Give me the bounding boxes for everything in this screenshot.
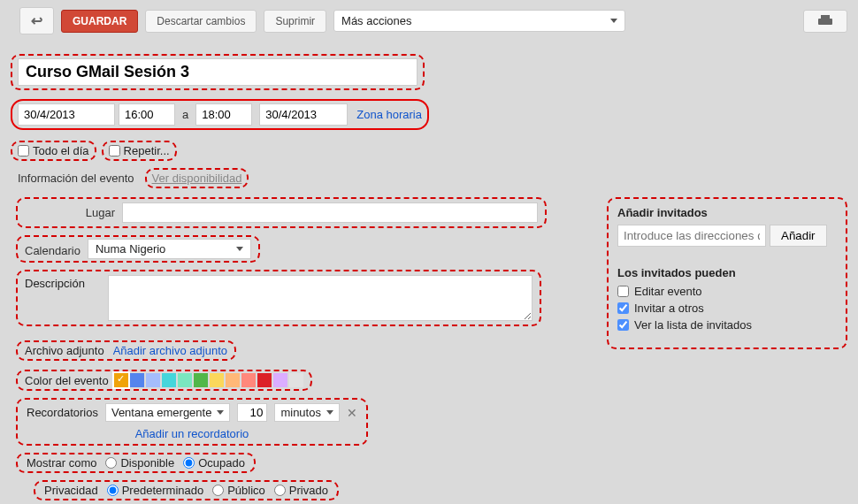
event-color-row: Color del evento	[16, 370, 312, 391]
chevron-down-icon	[610, 19, 617, 23]
reminder-number-input[interactable]	[237, 403, 267, 422]
color-swatch[interactable]	[241, 373, 256, 387]
color-swatch[interactable]	[114, 373, 128, 387]
save-button[interactable]: GUARDAR	[61, 10, 138, 33]
tab-availability[interactable]: Ver disponibilidad	[145, 168, 249, 188]
reminder-unit-select[interactable]: minutos	[274, 403, 340, 422]
all-day-checkbox[interactable]: Todo el día	[11, 141, 96, 161]
print-button[interactable]	[803, 10, 847, 33]
chevron-down-icon	[217, 410, 224, 415]
guest-can-invite-checkbox[interactable]: Invitar a otros	[617, 302, 837, 315]
event-title-input[interactable]	[18, 58, 418, 86]
guests-title: Añadir invitados	[617, 206, 837, 219]
reminder-unit-value: minutos	[280, 406, 321, 419]
color-swatch[interactable]	[162, 373, 176, 387]
start-date-input[interactable]	[18, 103, 115, 126]
description-label: Descripción	[25, 275, 101, 290]
description-input[interactable]	[108, 275, 532, 321]
to-separator: a	[175, 108, 195, 121]
show-as-label: Mostrar como	[27, 456, 96, 470]
description-row: Descripción	[16, 270, 541, 326]
guests-panel: Añadir invitados Añadir Los invitados pu…	[607, 197, 847, 349]
event-color-label: Color del evento	[25, 374, 109, 387]
repeat-checkbox[interactable]: Repetir...	[102, 141, 177, 161]
timezone-link[interactable]: Zona horaria	[356, 108, 422, 121]
show-as-row: Mostrar como Disponible Ocupado	[16, 453, 256, 473]
privacy-label: Privacidad	[44, 484, 98, 497]
guest-can-see-checkbox[interactable]: Ver la lista de invitados	[617, 318, 837, 332]
color-swatch[interactable]	[178, 373, 192, 387]
show-busy-radio[interactable]: Ocupado	[183, 456, 245, 470]
all-day-label: Todo el día	[33, 144, 89, 157]
calendar-value: Numa Nigerio	[96, 242, 165, 256]
place-input[interactable]	[122, 202, 538, 223]
add-reminder-link[interactable]: Añadir un recordatorio	[135, 427, 249, 440]
color-swatch[interactable]	[194, 373, 208, 387]
repeat-label: Repetir...	[124, 144, 170, 157]
delete-button[interactable]: Suprimir	[264, 10, 326, 33]
reminder-type-value: Ventana emergente	[111, 406, 211, 419]
guests-can-title: Los invitados pueden	[617, 266, 837, 279]
color-swatch[interactable]	[273, 373, 287, 387]
attachment-label: Archivo adjunto	[25, 344, 104, 357]
add-guest-button[interactable]: Añadir	[770, 225, 827, 247]
privacy-private-radio[interactable]: Privado	[274, 484, 328, 497]
more-actions-label: Más acciones	[341, 14, 411, 27]
reminder-type-select[interactable]: Ventana emergente	[105, 403, 230, 422]
more-actions-dropdown[interactable]: Más acciones	[333, 10, 625, 32]
color-swatch[interactable]	[257, 373, 272, 387]
datetime-row: a Zona horaria	[11, 99, 429, 130]
calendar-select[interactable]: Numa Nigerio	[88, 239, 251, 259]
add-attachment-link[interactable]: Añadir archivo adjunto	[113, 344, 227, 357]
end-date-input[interactable]	[259, 103, 348, 126]
attachment-row: Archivo adjunto Añadir archivo adjunto	[16, 340, 236, 361]
place-row: Lugar	[16, 197, 547, 228]
remove-reminder-icon[interactable]: ✕	[347, 406, 357, 420]
discard-button[interactable]: Descartar cambios	[145, 10, 257, 33]
color-swatch[interactable]	[289, 373, 303, 387]
calendar-row: Calendario Numa Nigerio	[16, 235, 260, 263]
color-swatch[interactable]	[210, 373, 224, 387]
guest-email-input[interactable]	[617, 225, 766, 247]
tab-event-info[interactable]: Información del evento	[16, 168, 136, 188]
show-available-radio[interactable]: Disponible	[105, 456, 174, 470]
printer-icon	[818, 15, 832, 27]
end-time-input[interactable]	[195, 103, 252, 126]
place-label: Lugar	[18, 202, 115, 219]
color-swatch[interactable]	[226, 373, 240, 387]
back-button[interactable]: ↩	[19, 7, 54, 34]
color-swatch[interactable]	[146, 373, 160, 387]
chevron-down-icon	[236, 247, 243, 251]
reminders-block: Recordatorios Ventana emergente minutos …	[16, 398, 368, 446]
calendar-label: Calendario	[25, 241, 80, 257]
reminders-label: Recordatorios	[27, 406, 98, 419]
start-time-input[interactable]	[119, 103, 175, 126]
back-arrow-icon: ↩	[31, 12, 42, 29]
privacy-default-radio[interactable]: Predeterminado	[107, 484, 204, 497]
chevron-down-icon	[326, 410, 333, 415]
privacy-public-radio[interactable]: Público	[212, 484, 265, 497]
privacy-row: Privacidad Predeterminado Público Privad…	[34, 480, 339, 500]
guest-can-edit-checkbox[interactable]: Editar evento	[617, 285, 837, 298]
color-swatch[interactable]	[130, 373, 144, 387]
color-swatches	[114, 373, 303, 387]
